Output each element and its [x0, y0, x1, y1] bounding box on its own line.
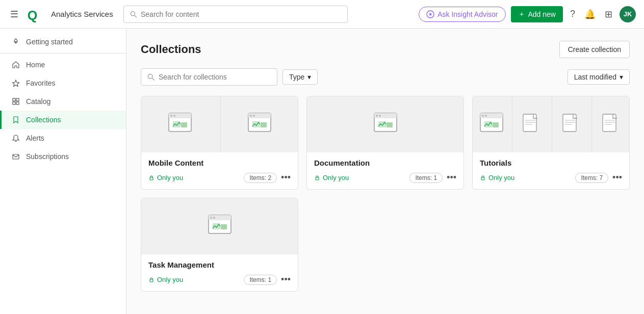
preview-doc-icon-2	[552, 96, 589, 152]
card-items-count: Items: 1	[409, 173, 443, 183]
collections-grid: Mobile Content Only you Items: 2 •••	[141, 96, 630, 292]
logo[interactable]: Q	[27, 5, 45, 23]
card-preview	[141, 198, 298, 254]
svg-rect-39	[484, 121, 492, 127]
svg-rect-58	[213, 223, 220, 229]
svg-point-38	[485, 115, 487, 117]
svg-point-31	[379, 115, 381, 117]
svg-rect-32	[378, 121, 386, 127]
app-title: Analytics Services	[51, 10, 113, 18]
lock-icon	[480, 175, 486, 181]
search-collections[interactable]	[141, 68, 277, 86]
card-more-button[interactable]: •••	[447, 172, 456, 183]
sidebar-item-collections[interactable]: Collections	[0, 111, 126, 129]
add-new-button[interactable]: ＋ Add new	[511, 6, 563, 22]
svg-rect-27	[150, 177, 153, 180]
sidebar-item-subscriptions[interactable]: Subscriptions	[0, 147, 126, 166]
preview-doc-icon-3	[591, 96, 629, 152]
card-items-count: Items: 2	[244, 173, 277, 183]
preview-app-icon-1	[141, 96, 218, 152]
sidebar-item-catalog[interactable]: Catalog	[0, 92, 126, 111]
sidebar-item-home[interactable]: Home	[0, 56, 126, 74]
svg-point-56	[210, 217, 212, 219]
avatar[interactable]: JK	[620, 6, 636, 22]
svg-rect-60	[150, 279, 153, 282]
card-preview	[473, 96, 629, 152]
notifications-icon[interactable]: 🔔	[582, 7, 598, 22]
card-footer: Only you Items: 1 •••	[148, 274, 291, 285]
type-filter-button[interactable]: Type ▾	[282, 69, 318, 85]
lock-icon	[148, 277, 154, 283]
svg-text:Q: Q	[28, 8, 38, 22]
card-preview	[141, 96, 298, 152]
card-more-button[interactable]: •••	[281, 172, 291, 183]
nav-right: Ask Insight Advisor ＋ Add new ? 🔔 ⊞ JK	[419, 6, 636, 22]
hamburger-icon[interactable]: ☰	[8, 7, 20, 22]
search-collections-input[interactable]	[159, 73, 271, 81]
collection-card-mobile-content[interactable]: Mobile Content Only you Items: 2 •••	[141, 96, 298, 190]
card-footer: Only you Items: 7 •••	[480, 172, 622, 183]
lock-icon	[148, 175, 154, 181]
ask-insight-advisor-button[interactable]: Ask Insight Advisor	[419, 7, 505, 22]
home-icon	[12, 61, 20, 69]
help-icon[interactable]: ?	[568, 7, 577, 21]
card-privacy: Only you	[314, 174, 349, 181]
search-icon	[130, 11, 137, 18]
collection-card-tutorials[interactable]: Tutorials Only you Items: 7 •••	[472, 96, 630, 190]
card-more-button[interactable]: •••	[612, 172, 622, 183]
svg-rect-10	[13, 102, 15, 104]
global-search-input[interactable]	[141, 10, 341, 18]
card-preview	[307, 96, 463, 152]
collection-card-task-management[interactable]: Task Management Only you Items: 1 •••	[141, 198, 298, 292]
svg-rect-11	[16, 102, 19, 104]
preview-doc-icon-1	[512, 96, 550, 152]
sidebar-item-alerts[interactable]: Alerts	[0, 129, 126, 147]
create-collection-button[interactable]: Create collection	[559, 41, 630, 58]
topnav: ☰ Q Analytics Services Ask Insight Advis…	[0, 0, 644, 29]
apps-grid-icon[interactable]: ⊞	[603, 7, 614, 22]
svg-rect-49	[603, 114, 616, 132]
svg-line-14	[152, 78, 154, 80]
card-more-button[interactable]: •••	[281, 274, 291, 285]
svg-point-30	[376, 115, 378, 117]
card-title: Tutorials	[480, 159, 622, 167]
svg-rect-19	[173, 121, 181, 127]
sidebar-item-getting-started[interactable]: Getting started	[0, 33, 126, 51]
sort-button[interactable]: Last modified ▾	[568, 69, 630, 85]
bell-icon	[12, 134, 20, 142]
qlik-logo-icon: Q	[27, 5, 45, 23]
card-title: Mobile Content	[148, 159, 291, 167]
svg-point-17	[170, 115, 172, 117]
svg-rect-25	[252, 121, 260, 127]
svg-point-24	[253, 115, 255, 117]
svg-point-37	[482, 115, 484, 117]
svg-rect-53	[481, 177, 484, 180]
card-body: Task Management Only you Items: 1 •••	[141, 254, 298, 291]
global-search[interactable]	[123, 6, 348, 23]
star-icon	[12, 79, 20, 87]
svg-rect-26	[261, 122, 267, 127]
card-body: Mobile Content Only you Items: 2 •••	[141, 152, 298, 189]
collection-card-documentation[interactable]: Documentation Only you Items: 1 •••	[306, 96, 464, 190]
card-title: Task Management	[148, 260, 291, 269]
page-title: Collections	[141, 43, 201, 56]
card-body: Tutorials Only you Items: 7 •••	[473, 152, 629, 189]
card-privacy: Only you	[148, 174, 183, 181]
sidebar: Getting started Home Favorites Catalog C…	[0, 29, 126, 314]
filter-bar: Type ▾ Last modified ▾	[141, 68, 630, 86]
svg-rect-33	[387, 122, 393, 127]
bookmark-icon	[12, 116, 20, 124]
svg-point-6	[15, 41, 17, 43]
svg-rect-45	[563, 114, 576, 132]
catalog-icon	[12, 97, 20, 106]
svg-rect-40	[493, 122, 499, 127]
card-footer: Only you Items: 2 •••	[148, 172, 291, 183]
card-items-count: Items: 1	[244, 275, 277, 285]
svg-rect-59	[221, 224, 227, 229]
sidebar-item-favorites[interactable]: Favorites	[0, 74, 126, 92]
svg-point-23	[250, 115, 252, 117]
svg-point-18	[173, 115, 175, 117]
search-collections-icon	[147, 73, 154, 81]
card-body: Documentation Only you Items: 1 •••	[307, 152, 463, 189]
svg-rect-34	[316, 177, 319, 180]
